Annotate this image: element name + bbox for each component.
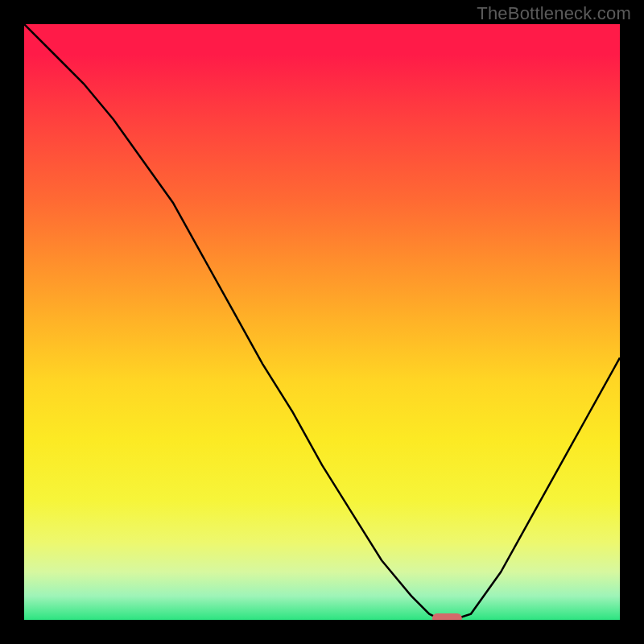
watermark-text: TheBottleneck.com — [477, 3, 631, 24]
bottleneck-curve — [24, 24, 620, 620]
optimal-marker — [432, 613, 462, 620]
chart-frame: TheBottleneck.com — [0, 0, 644, 644]
plot-area — [24, 24, 620, 620]
curve-overlay — [24, 24, 620, 620]
